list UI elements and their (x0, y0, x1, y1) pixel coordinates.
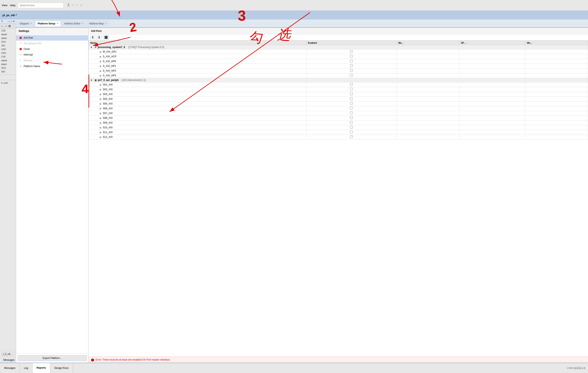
signal-item-cnv[interactable]: CNV (0, 51, 16, 55)
expand-btn-1[interactable]: ▼ (90, 79, 92, 81)
checkbox-1-3[interactable] (350, 97, 353, 100)
item-icon-0-3: ▣ (99, 65, 101, 67)
checkbox-0-5[interactable] (350, 74, 353, 77)
clk-item-1[interactable]: z_0_clk_out1 (1, 352, 15, 356)
item-name-1-4: ▣ S05_AXI (99, 102, 113, 105)
signal-item-kout1[interactable]: k_out1 (0, 81, 16, 85)
axi-item-row-0-3: ▣ S_AXI_HP1 (89, 64, 588, 68)
bottom-right-text: CSDN @逍遥心语 (565, 363, 588, 373)
item-name-0-4: ▣ S_AXI_HP2 (99, 69, 116, 72)
left-panel-header: ? — □ ✕ (0, 20, 16, 24)
panel-minimize-icon[interactable]: — (7, 20, 10, 23)
checkbox-1-7[interactable] (350, 116, 353, 119)
item-name-1-10: ▣ S11_AXI (99, 131, 113, 134)
checkbox-1-4[interactable] (350, 102, 353, 105)
axi-item-row-1-1: ▣ S02_AXI (89, 87, 588, 92)
check-gray-memory: ✓ (20, 59, 22, 62)
signal-item-csf[interactable]: CSF (0, 29, 16, 33)
signal-item-data0-2[interactable]: data0 (0, 59, 16, 62)
check-gray-stream: ✓ (20, 42, 22, 45)
item-icon-1-2: ▣ (99, 93, 101, 95)
bottom-tab-messages[interactable]: Messages (0, 363, 20, 373)
item-icon-1-8: ▣ (99, 122, 101, 124)
checkbox-1-10[interactable] (350, 131, 353, 133)
title-bar: pl_ps_eth * (0, 11, 588, 20)
tab-address-map[interactable]: Address Map ✕ (86, 21, 109, 26)
nav-forward-icon[interactable]: → (5, 24, 7, 28)
checkbox-1-9[interactable] (350, 126, 353, 129)
tab-address-map-close[interactable]: ✕ (105, 22, 106, 25)
checkbox-1-11[interactable] (350, 135, 353, 138)
quick-access-input[interactable] (18, 3, 63, 8)
tab-platform-setup[interactable]: Platform Setup ✕ (35, 21, 61, 26)
checkbox-0-3[interactable] (350, 64, 353, 67)
settings-item-axi-stream[interactable]: ✓ AXI Stream Port (16, 41, 88, 46)
item-icon-0-0: ▣ (99, 51, 101, 53)
item-icon-0-5: ▣ (99, 75, 101, 77)
checkbox-1-2[interactable] (350, 93, 353, 95)
panel-maximize-icon[interactable]: □ (10, 20, 12, 23)
scissors-icon: ✂ (76, 3, 78, 7)
nav-back-icon[interactable]: ← (1, 24, 4, 28)
menu-view[interactable]: View (2, 4, 7, 7)
item-icon-0-1: ▣ (99, 55, 101, 58)
tab-address-editor-close[interactable]: ✕ (82, 22, 83, 25)
tab-diagram-close[interactable]: ✕ (30, 22, 32, 25)
signal-item-data1[interactable]: data1 (0, 36, 16, 40)
checkbox-0-0[interactable] (350, 50, 353, 53)
tab-address-editor[interactable]: Address Editor ✕ (61, 21, 86, 26)
menu-help[interactable]: Help (10, 4, 16, 7)
checkbox-0-4[interactable] (350, 69, 353, 72)
panel-close-icon[interactable]: ✕ (13, 20, 15, 23)
tab-diagram[interactable]: Diagram ✕ (17, 21, 34, 26)
bottom-tab-design-runs[interactable]: Design Runs (50, 363, 73, 373)
signal-item-data0[interactable]: data0 (0, 33, 16, 36)
sigma-icon[interactable]: Σ (68, 3, 70, 7)
settings-item-clock[interactable]: Clock (16, 46, 88, 52)
nav-settings-icon[interactable]: ⚙ (8, 24, 11, 28)
axi-tool-down[interactable]: ⬇ (96, 35, 102, 40)
checkbox-1-5[interactable] (350, 107, 353, 110)
checkbox-1-1[interactable] (350, 88, 353, 90)
pins-label: Messages (2, 357, 16, 363)
expand-btn-0[interactable]: ▼ (90, 46, 92, 48)
signal-item-data1-2[interactable]: data1 (0, 62, 16, 66)
item-name-1-3: ▣ S04_AXI (99, 98, 113, 100)
signal-item-sck2[interactable]: SCK (0, 66, 16, 70)
bottom-tab-reports[interactable]: Reports (32, 363, 50, 373)
checkbox-1-6[interactable] (350, 111, 353, 114)
settings-item-memory[interactable]: ✓ Memory (16, 57, 88, 63)
checkbox-0-1[interactable] (350, 55, 353, 57)
axi-tool-up[interactable]: ⬆ (90, 35, 95, 40)
item-name-1-8: ▣ S09_AXI (99, 121, 113, 124)
tab-platform-setup-close[interactable]: ✕ (57, 22, 58, 25)
axi-item-row-0-5: ▣ S_AXI_HP3 (89, 73, 588, 78)
group-icon-1: ▦ (94, 79, 96, 82)
axi-item-row-1-2: ▣ S03_AXI (89, 92, 588, 97)
export-platform-button[interactable]: Export Platform... (18, 355, 87, 361)
signal-item-sck[interactable]: SCK (0, 40, 16, 44)
panel-question-icon[interactable]: ? (1, 20, 3, 23)
status-dot-red-axi (20, 37, 22, 39)
edit-icon: ✎ (71, 3, 74, 7)
settings-item-platform-name[interactable]: ✓ Platform Name (16, 63, 88, 69)
checkbox-1-8[interactable] (350, 121, 353, 124)
signal-item-sdi[interactable]: SDI (0, 44, 16, 47)
signal-item-csf2[interactable]: CSF (0, 55, 16, 59)
item-icon-1-5: ▣ (99, 108, 101, 110)
group-row-0[interactable]: ▼ ⚙ processing_system7_0 (ZYNQ7 Processi… (89, 45, 588, 49)
item-name-1-0: ▣ S01_AXI (99, 83, 113, 86)
checkbox-1-0[interactable] (350, 83, 353, 86)
group-row-1[interactable]: ▼ ▦ ps7_0_axi_periph (AXI Interconnect:2… (89, 78, 588, 82)
signal-item-sdi2[interactable]: SDI (0, 70, 16, 74)
settings-item-interrupt[interactable]: ✓ Interrupt (16, 52, 88, 57)
axi-tool-copy[interactable]: ⬛ (103, 35, 109, 40)
item-name-0-2: ▣ S_AXI_HP0 (99, 60, 116, 63)
axi-item-row-1-9: ▣ S10_AXI (89, 125, 588, 130)
item-name-1-11: ▣ S12_AXI (99, 136, 113, 139)
settings-item-axi-port[interactable]: AXI Port (16, 35, 88, 41)
bottom-tab-log[interactable]: Log (20, 363, 32, 373)
checkbox-0-2[interactable] (350, 60, 353, 62)
signal-item-cap[interactable]: CAP (0, 47, 16, 51)
col-me2: Me... (525, 41, 588, 45)
